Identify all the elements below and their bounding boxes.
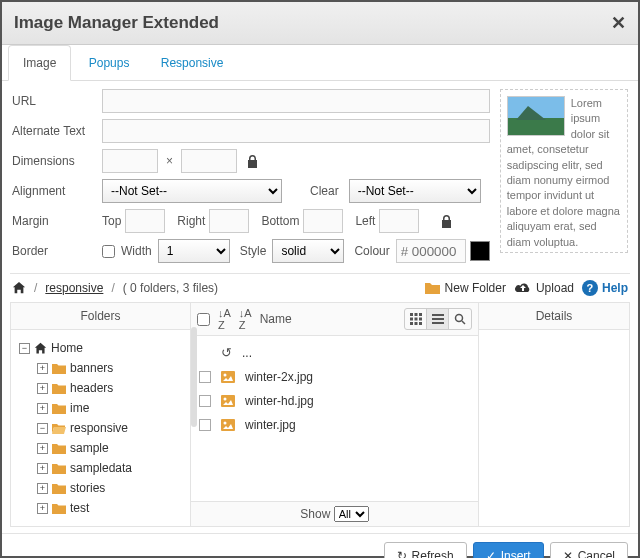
dimensions-x: × (166, 154, 173, 168)
file-row[interactable]: winter-2x.jpg (191, 365, 478, 389)
border-colour-label: Colour (354, 244, 389, 258)
border-width-select[interactable]: 1 (158, 239, 230, 263)
width-input[interactable] (102, 149, 158, 173)
tree-item[interactable]: +banners (15, 358, 186, 378)
svg-rect-1 (414, 313, 417, 316)
svg-rect-4 (414, 318, 417, 321)
svg-rect-7 (414, 322, 417, 325)
home-icon[interactable] (12, 281, 26, 295)
grid-view-icon[interactable] (405, 309, 427, 329)
lock-icon[interactable] (247, 155, 258, 168)
cancel-button[interactable]: ✕ Cancel (550, 542, 628, 558)
tree-item[interactable]: +headers (15, 378, 186, 398)
url-input[interactable] (102, 89, 490, 113)
breadcrumb-info: ( 0 folders, 3 files) (123, 281, 218, 295)
upload-button[interactable]: Upload (514, 281, 574, 295)
tree-item[interactable]: +stories (15, 478, 186, 498)
tab-responsive[interactable]: Responsive (147, 46, 238, 80)
search-icon[interactable] (449, 309, 471, 329)
collapse-icon[interactable]: − (19, 343, 30, 354)
breadcrumb-link[interactable]: responsive (45, 281, 103, 295)
margin-top-input[interactable] (125, 209, 165, 233)
scrollbar[interactable] (191, 327, 197, 427)
border-colour-input[interactable] (396, 239, 466, 263)
tree-item[interactable]: −responsive (15, 418, 186, 438)
new-folder-button[interactable]: New Folder (424, 281, 506, 295)
window-title: Image Manager Extended (14, 13, 219, 33)
margin-bottom-input[interactable] (303, 209, 343, 233)
tree-item[interactable]: +ime (15, 398, 186, 418)
tree-item[interactable]: +sampledata (15, 458, 186, 478)
file-checkbox[interactable] (199, 371, 211, 383)
up-arrow-icon: ↺ (221, 345, 232, 360)
margin-right-label: Right (177, 214, 205, 228)
tab-image[interactable]: Image (8, 45, 71, 81)
svg-rect-11 (432, 322, 444, 324)
svg-line-13 (462, 321, 465, 324)
preview-thumbnail (507, 96, 565, 136)
border-enable-checkbox[interactable] (102, 245, 115, 258)
border-style-select[interactable]: solid (272, 239, 344, 263)
expand-icon[interactable]: + (37, 463, 48, 474)
image-file-icon (221, 371, 235, 383)
close-icon[interactable]: ✕ (611, 12, 626, 34)
margin-left-input[interactable] (379, 209, 419, 233)
list-view-icon[interactable] (427, 309, 449, 329)
clear-select[interactable]: --Not Set-- (349, 179, 481, 203)
alignment-label: Alignment (12, 184, 102, 198)
expand-icon[interactable]: + (37, 403, 48, 414)
file-row[interactable]: winter-hd.jpg (191, 389, 478, 413)
expand-icon[interactable]: + (37, 443, 48, 454)
clear-label: Clear (310, 184, 339, 198)
expand-icon[interactable]: + (37, 383, 48, 394)
expand-icon[interactable]: + (37, 483, 48, 494)
tab-popups[interactable]: Popups (75, 46, 144, 80)
margin-label: Margin (12, 214, 102, 228)
file-checkbox[interactable] (199, 419, 211, 431)
show-select[interactable]: All (334, 506, 369, 522)
folder-open-icon (52, 423, 66, 434)
sort-desc-icon[interactable]: ↓AZ (239, 307, 252, 331)
alt-input[interactable] (102, 119, 490, 143)
cloud-upload-icon (514, 281, 532, 295)
folder-icon (52, 443, 66, 454)
margin-top-label: Top (102, 214, 121, 228)
alignment-select[interactable]: --Not Set-- (102, 179, 282, 203)
image-file-icon (221, 419, 235, 431)
insert-button[interactable]: ✓ Insert (473, 542, 544, 558)
refresh-button[interactable]: ↻ Refresh (384, 542, 467, 558)
help-button[interactable]: ? Help (582, 280, 628, 296)
svg-rect-14 (221, 371, 235, 383)
tree-home[interactable]: − Home (15, 338, 186, 358)
border-label: Border (12, 244, 102, 258)
sort-asc-icon[interactable]: ↓AZ (218, 307, 231, 331)
colour-swatch[interactable] (470, 241, 490, 261)
url-label: URL (12, 94, 102, 108)
svg-rect-10 (432, 318, 444, 320)
expand-icon[interactable]: + (37, 503, 48, 514)
margin-right-input[interactable] (209, 209, 249, 233)
svg-point-17 (224, 398, 227, 401)
folder-icon (424, 281, 441, 295)
parent-dir-row[interactable]: ↺ ... (191, 340, 478, 365)
file-checkbox[interactable] (199, 395, 211, 407)
select-all-checkbox[interactable] (197, 313, 210, 326)
tab-bar: Image Popups Responsive (2, 45, 638, 81)
svg-rect-9 (432, 314, 444, 316)
expand-icon[interactable]: + (37, 363, 48, 374)
folder-icon (52, 363, 66, 374)
folder-icon (52, 503, 66, 514)
svg-rect-5 (419, 318, 422, 321)
margin-left-label: Left (355, 214, 375, 228)
tree-item[interactable]: +sample (15, 438, 186, 458)
file-row[interactable]: winter.jpg (191, 413, 478, 437)
preview-box: Lorem ipsum dolor sit amet, consetetur s… (500, 89, 628, 253)
tree-item[interactable]: +test (15, 498, 186, 518)
collapse-icon[interactable]: − (37, 423, 48, 434)
breadcrumb-separator: / (34, 281, 37, 295)
svg-point-19 (224, 422, 227, 425)
check-icon: ✓ (486, 549, 496, 558)
height-input[interactable] (181, 149, 237, 173)
lock-icon[interactable] (441, 215, 452, 228)
name-column-header[interactable]: Name (260, 312, 396, 326)
